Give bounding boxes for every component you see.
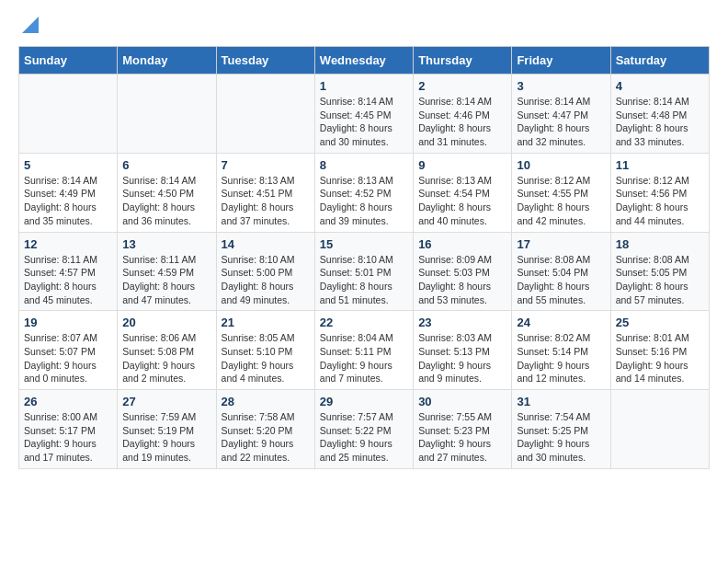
calendar-cell: 18Sunrise: 8:08 AM Sunset: 5:05 PM Dayli… xyxy=(610,232,709,311)
calendar-cell: 7Sunrise: 8:13 AM Sunset: 4:51 PM Daylig… xyxy=(216,153,314,232)
day-info: Sunrise: 8:14 AM Sunset: 4:47 PM Dayligh… xyxy=(517,95,605,149)
header-cell-saturday: Saturday xyxy=(610,47,709,75)
calendar-cell: 3Sunrise: 8:14 AM Sunset: 4:47 PM Daylig… xyxy=(512,75,610,154)
day-number: 10 xyxy=(517,158,605,172)
day-info: Sunrise: 8:14 AM Sunset: 4:48 PM Dayligh… xyxy=(616,95,704,149)
day-info: Sunrise: 8:10 AM Sunset: 5:01 PM Dayligh… xyxy=(320,253,408,307)
day-number: 20 xyxy=(122,316,210,329)
calendar-week-1: 1Sunrise: 8:14 AM Sunset: 4:45 PM Daylig… xyxy=(19,75,710,154)
calendar-cell: 2Sunrise: 8:14 AM Sunset: 4:46 PM Daylig… xyxy=(414,75,512,154)
calendar-cell: 16Sunrise: 8:09 AM Sunset: 5:03 PM Dayli… xyxy=(414,232,512,311)
day-info: Sunrise: 8:04 AM Sunset: 5:11 PM Dayligh… xyxy=(320,331,408,385)
calendar-cell: 27Sunrise: 7:59 AM Sunset: 5:19 PM Dayli… xyxy=(118,390,216,469)
day-info: Sunrise: 8:03 AM Sunset: 5:13 PM Dayligh… xyxy=(418,331,506,385)
calendar-cell: 29Sunrise: 7:57 AM Sunset: 5:22 PM Dayli… xyxy=(314,390,413,469)
day-info: Sunrise: 8:02 AM Sunset: 5:14 PM Dayligh… xyxy=(517,331,605,385)
header-cell-tuesday: Tuesday xyxy=(216,47,314,75)
day-number: 17 xyxy=(517,237,605,251)
day-info: Sunrise: 8:05 AM Sunset: 5:10 PM Dayligh… xyxy=(222,331,310,385)
calendar-cell: 11Sunrise: 8:12 AM Sunset: 4:56 PM Dayli… xyxy=(610,153,709,232)
day-number: 16 xyxy=(418,237,506,251)
day-number: 29 xyxy=(320,395,408,408)
day-number: 9 xyxy=(418,158,506,172)
day-number: 15 xyxy=(320,237,408,251)
calendar-cell: 20Sunrise: 8:06 AM Sunset: 5:08 PM Dayli… xyxy=(118,311,216,390)
day-info: Sunrise: 8:14 AM Sunset: 4:45 PM Dayligh… xyxy=(320,95,408,149)
calendar-cell: 23Sunrise: 8:03 AM Sunset: 5:13 PM Dayli… xyxy=(414,311,512,390)
day-info: Sunrise: 8:13 AM Sunset: 4:52 PM Dayligh… xyxy=(320,174,408,228)
calendar-cell: 15Sunrise: 8:10 AM Sunset: 5:01 PM Dayli… xyxy=(314,232,413,311)
day-number: 19 xyxy=(24,316,112,329)
day-number: 27 xyxy=(122,395,210,408)
day-info: Sunrise: 8:11 AM Sunset: 4:57 PM Dayligh… xyxy=(24,253,112,307)
day-number: 12 xyxy=(24,237,112,251)
logo-icon xyxy=(22,17,39,33)
day-info: Sunrise: 8:09 AM Sunset: 5:03 PM Dayligh… xyxy=(418,253,506,307)
calendar-cell: 22Sunrise: 8:04 AM Sunset: 5:11 PM Dayli… xyxy=(314,311,413,390)
day-info: Sunrise: 8:01 AM Sunset: 5:16 PM Dayligh… xyxy=(616,331,704,385)
day-number: 18 xyxy=(616,237,704,251)
calendar-cell: 24Sunrise: 8:02 AM Sunset: 5:14 PM Dayli… xyxy=(512,311,610,390)
day-info: Sunrise: 8:00 AM Sunset: 5:17 PM Dayligh… xyxy=(24,410,112,465)
day-info: Sunrise: 7:59 AM Sunset: 5:19 PM Dayligh… xyxy=(122,410,210,465)
calendar-cell: 12Sunrise: 8:11 AM Sunset: 4:57 PM Dayli… xyxy=(19,232,118,311)
calendar-cell xyxy=(19,75,118,154)
calendar-cell xyxy=(118,75,216,154)
logo xyxy=(18,18,39,37)
calendar-cell: 1Sunrise: 8:14 AM Sunset: 4:45 PM Daylig… xyxy=(314,75,413,154)
header-cell-sunday: Sunday xyxy=(19,47,118,75)
day-info: Sunrise: 8:14 AM Sunset: 4:49 PM Dayligh… xyxy=(24,174,112,228)
day-info: Sunrise: 8:12 AM Sunset: 4:55 PM Dayligh… xyxy=(517,174,605,228)
header-cell-wednesday: Wednesday xyxy=(314,47,413,75)
day-info: Sunrise: 8:08 AM Sunset: 5:04 PM Dayligh… xyxy=(517,253,605,307)
calendar-cell: 17Sunrise: 8:08 AM Sunset: 5:04 PM Dayli… xyxy=(512,232,610,311)
day-number: 26 xyxy=(24,395,112,408)
day-info: Sunrise: 7:55 AM Sunset: 5:23 PM Dayligh… xyxy=(418,410,506,465)
day-info: Sunrise: 8:08 AM Sunset: 5:05 PM Dayligh… xyxy=(616,253,704,307)
calendar-cell: 28Sunrise: 7:58 AM Sunset: 5:20 PM Dayli… xyxy=(216,390,314,469)
day-number: 24 xyxy=(517,316,605,329)
day-info: Sunrise: 8:13 AM Sunset: 4:54 PM Dayligh… xyxy=(418,174,506,228)
page-header xyxy=(18,18,710,37)
day-number: 2 xyxy=(418,79,506,93)
day-number: 21 xyxy=(222,316,310,329)
calendar-cell: 4Sunrise: 8:14 AM Sunset: 4:48 PM Daylig… xyxy=(610,75,709,154)
calendar-cell: 13Sunrise: 8:11 AM Sunset: 4:59 PM Dayli… xyxy=(118,232,216,311)
calendar-cell: 10Sunrise: 8:12 AM Sunset: 4:55 PM Dayli… xyxy=(512,153,610,232)
calendar-cell: 30Sunrise: 7:55 AM Sunset: 5:23 PM Dayli… xyxy=(414,390,512,469)
day-info: Sunrise: 7:54 AM Sunset: 5:25 PM Dayligh… xyxy=(517,410,605,465)
day-info: Sunrise: 8:12 AM Sunset: 4:56 PM Dayligh… xyxy=(616,174,704,228)
day-info: Sunrise: 8:14 AM Sunset: 4:50 PM Dayligh… xyxy=(122,174,210,228)
calendar-header-row: SundayMondayTuesdayWednesdayThursdayFrid… xyxy=(19,47,710,75)
header-cell-monday: Monday xyxy=(118,47,216,75)
day-info: Sunrise: 8:10 AM Sunset: 5:00 PM Dayligh… xyxy=(222,253,310,307)
day-number: 22 xyxy=(320,316,408,329)
day-number: 1 xyxy=(320,79,408,93)
day-number: 28 xyxy=(222,395,310,408)
calendar-cell: 8Sunrise: 8:13 AM Sunset: 4:52 PM Daylig… xyxy=(314,153,413,232)
calendar-cell: 21Sunrise: 8:05 AM Sunset: 5:10 PM Dayli… xyxy=(216,311,314,390)
day-number: 25 xyxy=(616,316,704,329)
day-number: 23 xyxy=(418,316,506,329)
calendar-week-4: 19Sunrise: 8:07 AM Sunset: 5:07 PM Dayli… xyxy=(19,311,710,390)
day-number: 8 xyxy=(320,158,408,172)
day-number: 14 xyxy=(222,237,310,251)
day-number: 5 xyxy=(24,158,112,172)
calendar-cell: 5Sunrise: 8:14 AM Sunset: 4:49 PM Daylig… xyxy=(19,153,118,232)
day-info: Sunrise: 7:58 AM Sunset: 5:20 PM Dayligh… xyxy=(222,410,310,465)
day-number: 4 xyxy=(616,79,704,93)
day-info: Sunrise: 8:06 AM Sunset: 5:08 PM Dayligh… xyxy=(122,331,210,385)
day-number: 3 xyxy=(517,79,605,93)
day-number: 11 xyxy=(616,158,704,172)
day-info: Sunrise: 8:07 AM Sunset: 5:07 PM Dayligh… xyxy=(24,331,112,385)
day-number: 30 xyxy=(418,395,506,408)
calendar-week-2: 5Sunrise: 8:14 AM Sunset: 4:49 PM Daylig… xyxy=(19,153,710,232)
calendar-cell xyxy=(610,390,709,469)
day-number: 13 xyxy=(122,237,210,251)
day-info: Sunrise: 8:13 AM Sunset: 4:51 PM Dayligh… xyxy=(222,174,310,228)
day-info: Sunrise: 7:57 AM Sunset: 5:22 PM Dayligh… xyxy=(320,410,408,465)
svg-marker-0 xyxy=(22,17,39,33)
calendar-cell: 26Sunrise: 8:00 AM Sunset: 5:17 PM Dayli… xyxy=(19,390,118,469)
calendar-cell: 25Sunrise: 8:01 AM Sunset: 5:16 PM Dayli… xyxy=(610,311,709,390)
calendar-cell: 6Sunrise: 8:14 AM Sunset: 4:50 PM Daylig… xyxy=(118,153,216,232)
